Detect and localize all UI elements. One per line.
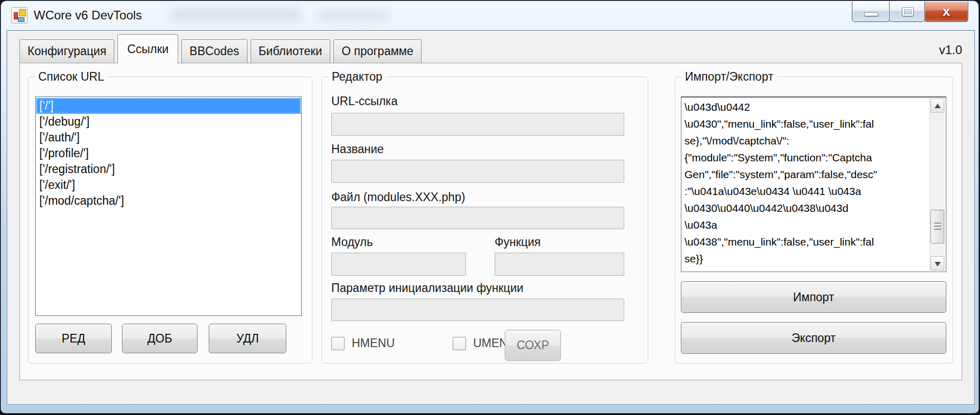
window-controls: x [852, 2, 968, 22]
function-field-label: Функция [495, 235, 541, 249]
json-textarea[interactable]: \u043d\u0442\u0430","menu_link":false,"u… [681, 96, 946, 272]
app-icon-blue-block [18, 17, 24, 22]
scroll-up-icon [935, 104, 941, 108]
module-field[interactable] [331, 253, 466, 276]
url-list-item[interactable]: ['/exit/'] [36, 177, 301, 193]
minimize-button[interactable] [852, 2, 890, 22]
name-field[interactable] [331, 160, 624, 183]
json-text-line: se},"\/mod\/captcha\/": [684, 132, 927, 149]
json-text-line: \u0438","menu_link":false,"user_link":fa… [684, 233, 927, 250]
json-text-line: \u043a [684, 216, 927, 233]
scrollbar-grip-icon [934, 223, 941, 224]
umenu-checkbox[interactable] [453, 337, 466, 350]
delete-button[interactable]: УДЛ [209, 324, 286, 353]
import-button[interactable]: Импорт [681, 281, 946, 313]
param-field-label: Параметр инициализации функции [331, 281, 523, 295]
add-button[interactable]: ДОБ [122, 324, 198, 353]
desktop: WCore v6 DevTools x КонфигурацияСсылкиBB… [0, 0, 980, 415]
maximize-icon [902, 8, 913, 16]
edit-button[interactable]: РЕД [35, 324, 112, 353]
json-text-line: se}} [684, 250, 927, 267]
tab[interactable]: О программе [333, 39, 422, 63]
save-button[interactable]: СОХР [505, 330, 561, 361]
scrollbar-thumb[interactable] [930, 210, 944, 243]
module-field-label: Модуль [331, 235, 373, 249]
tab[interactable]: Библиотеки [251, 39, 331, 63]
scroll-down-icon [935, 262, 941, 266]
maximize-button[interactable] [889, 2, 925, 22]
close-icon: x [925, 4, 968, 19]
url-list-group-title: Список URL [35, 70, 108, 84]
url-list-item[interactable]: ['/registration/'] [36, 161, 301, 177]
window-title: WCore v6 DevTools [34, 8, 142, 22]
url-list-item[interactable]: ['/auth/'] [36, 130, 301, 145]
url-list-item[interactable]: ['/debug/'] [36, 114, 301, 130]
tab[interactable]: BBCodes [181, 39, 247, 63]
url-list-item[interactable]: ['/profile/'] [36, 145, 301, 161]
import-export-group: Импорт/Экспорт \u043d\u0442\u0430","menu… [675, 77, 953, 363]
glass-reflection [317, 10, 389, 20]
json-text-line: {"module":"System","function":"Captcha [684, 149, 927, 166]
version-label: v1.0 [898, 43, 962, 57]
close-button[interactable]: x [924, 2, 968, 22]
url-field-label: URL-ссылка [331, 94, 398, 108]
app-icon-red-block [14, 12, 18, 19]
editor-group-title: Редактор [328, 70, 386, 84]
app-icon-yellow-block [19, 9, 26, 16]
json-text-line: Gen","file":"system","param":false,"desc… [684, 166, 927, 183]
hmenu-checkbox[interactable] [331, 337, 345, 350]
url-list-item[interactable]: ['/'] [36, 98, 301, 114]
hmenu-checkbox-label: HMENU [352, 336, 395, 350]
file-field-label: Файл (modules.XXX.php) [331, 190, 465, 204]
json-text-line: \u0430","menu_link":false,"user_link":fa… [684, 115, 927, 132]
editor-group: Редактор URL-ссылка Название Файл (modul… [322, 77, 648, 363]
json-text-line: \u0430\u0440\u0442\u0438\u043d [684, 200, 927, 216]
hmenu-checkbox-row: HMENU [331, 336, 395, 350]
glass-reflection [169, 8, 302, 21]
import-export-group-title: Импорт/Экспорт [681, 70, 777, 84]
file-field[interactable] [331, 207, 624, 229]
export-button[interactable]: Экспорт [681, 322, 946, 354]
json-text-line: :"\u041a\u043e\u0434 \u0441 \u043a [684, 183, 927, 200]
app-icon [11, 7, 28, 23]
minimize-icon [865, 13, 878, 16]
json-text: \u043d\u0442\u0430","menu_link":false,"u… [684, 99, 927, 267]
url-list-group: Список URL ['/']['/debug/']['/auth/']['/… [28, 77, 312, 363]
url-list-item[interactable]: ['/mod/captcha/'] [36, 193, 301, 209]
scroll-up-button[interactable] [930, 99, 944, 113]
param-field[interactable] [331, 299, 624, 321]
tab[interactable]: Ссылки [117, 34, 178, 64]
tab[interactable]: Конфигурация [19, 39, 114, 63]
url-listbox[interactable]: ['/']['/debug/']['/auth/']['/profile/'][… [35, 96, 302, 316]
scroll-down-button[interactable] [930, 256, 944, 271]
name-field-label: Название [331, 142, 384, 156]
function-field[interactable] [495, 253, 624, 276]
url-field[interactable] [331, 113, 624, 136]
json-text-line: \u043d\u0442 [684, 99, 927, 115]
vertical-scrollbar[interactable] [929, 99, 945, 271]
tab-strip: КонфигурацияСсылкиBBCodesБиблиотекиО про… [19, 34, 425, 63]
